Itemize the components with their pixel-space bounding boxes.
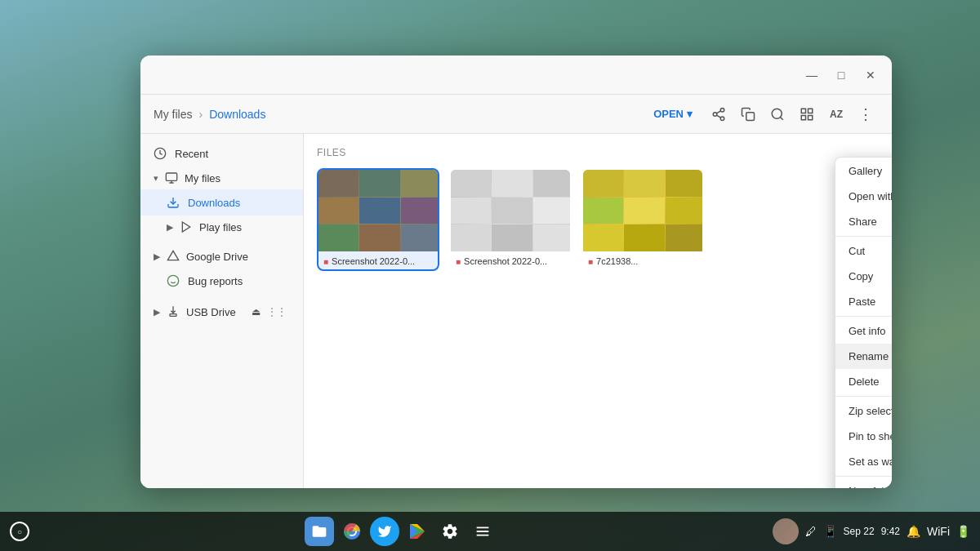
taskbar: ○	[0, 512, 980, 551]
sidebar-recent-label: Recent	[175, 148, 208, 160]
drag-handle: ⋮⋮	[267, 306, 287, 318]
file-item-2[interactable]: ■ Screenshot 2022-0...	[449, 168, 572, 271]
taskbar-twitter-icon[interactable]	[370, 517, 399, 546]
close-button[interactable]: ✕	[859, 64, 882, 87]
file-name-2: ■ Screenshot 2022-0...	[451, 251, 570, 269]
copy-button[interactable]	[735, 101, 761, 127]
file-type-icon-3: ■	[588, 257, 593, 266]
svg-rect-9	[808, 109, 813, 113]
svg-line-3	[716, 115, 720, 118]
file-thumbnail-3	[583, 170, 704, 251]
ctx-rename[interactable]: Rename Ctrl+Enter	[835, 344, 892, 369]
ctx-rename-label: Rename	[849, 350, 892, 362]
launcher-button[interactable]: ○	[10, 522, 29, 541]
myfiles-chevron: ▾	[154, 173, 158, 184]
ctx-newfolder[interactable]: New folder Ctrl+E	[835, 478, 892, 488]
taskbar-chrome-icon[interactable]	[337, 517, 367, 546]
ctx-zip[interactable]: Zip selection	[835, 398, 892, 424]
file-item-3[interactable]: ■ 7c21938...	[581, 168, 704, 271]
open-button[interactable]: OPEN ▾	[644, 104, 702, 123]
ctx-delete[interactable]: Delete Alt+Backspace	[835, 369, 892, 394]
ctx-gallery[interactable]: Gallery ●	[835, 158, 892, 184]
file-thumbnail-2	[451, 170, 572, 251]
taskbar-launcher-icon[interactable]	[468, 517, 497, 546]
ctx-newfolder-label: New folder	[849, 485, 892, 488]
files-section-label: Files	[317, 147, 879, 158]
sidebar-item-bugreports[interactable]: Bug reports	[140, 268, 303, 294]
sidebar-item-usbdrive[interactable]: ▶ USB Drive ⏏ ⋮⋮	[140, 300, 303, 323]
minimize-button[interactable]: —	[800, 64, 823, 87]
ctx-copy[interactable]: Copy Ctrl+C	[835, 264, 892, 289]
eject-icon[interactable]: ⏏	[252, 306, 261, 318]
svg-rect-5	[746, 112, 755, 120]
file-grid: ■ Screenshot 2022-0... ■	[317, 168, 879, 271]
sidebar-myfiles-label: My files	[185, 172, 220, 184]
battery-icon[interactable]: 🔋	[956, 525, 970, 538]
sidebar-item-googledrive[interactable]: ▶ Google Drive	[140, 245, 303, 268]
ctx-open-with[interactable]: Open with… ›	[835, 184, 892, 209]
sidebar-gdrive-label: Google Drive	[186, 251, 248, 263]
phone-icon[interactable]: 📱	[823, 525, 837, 538]
open-button-label: OPEN	[653, 108, 684, 120]
ctx-pin-label: Pin to shelf	[849, 430, 892, 442]
sort-button[interactable]: AZ	[823, 101, 849, 127]
sidebar: Recent ▾ My files Downloads ▶	[140, 134, 304, 488]
user-avatar[interactable]	[773, 518, 799, 544]
ctx-share[interactable]: Share	[835, 209, 892, 234]
ctx-delete-label: Delete	[849, 375, 892, 388]
file-thumbnail-1	[318, 170, 439, 251]
svg-rect-8	[801, 109, 805, 113]
main-content: Recent ▾ My files Downloads ▶	[140, 134, 892, 488]
ctx-zip-label: Zip selection	[849, 405, 892, 417]
wifi-icon[interactable]: WiFi	[927, 525, 950, 538]
taskbar-settings-icon[interactable]	[435, 517, 465, 546]
ctx-divider-1	[835, 236, 892, 237]
sidebar-usbdrive-label: USB Drive	[186, 306, 245, 318]
maximize-button[interactable]: □	[830, 64, 853, 87]
breadcrumb-current: Downloads	[209, 108, 265, 121]
ctx-pin[interactable]: Pin to shelf	[835, 424, 892, 449]
taskbar-playstore-icon[interactable]	[403, 517, 432, 546]
sidebar-item-recent[interactable]: Recent	[140, 140, 303, 167]
ctx-getinfo[interactable]: Get info Space	[835, 318, 892, 344]
gdrive-chevron: ▶	[154, 251, 160, 262]
sidebar-section-myfiles[interactable]: ▾ My files	[140, 167, 303, 189]
search-button[interactable]	[764, 101, 791, 127]
file-item-1[interactable]: ■ Screenshot 2022-0...	[317, 168, 439, 271]
sidebar-item-downloads[interactable]: Downloads	[140, 189, 303, 216]
ctx-share-label: Share	[849, 216, 892, 228]
usb-chevron: ▶	[154, 307, 160, 318]
ctx-cut-label: Cut	[849, 245, 892, 257]
more-icon: ⋮	[858, 105, 873, 123]
file-type-icon-1: ■	[323, 257, 328, 266]
svg-line-7	[780, 117, 782, 119]
taskbar-files-icon[interactable]	[305, 517, 334, 546]
taskbar-right: 🖊 📱 Sep 22 9:42 🔔 WiFi 🔋	[773, 518, 970, 544]
more-options-button[interactable]: ⋮	[853, 101, 879, 127]
sidebar-item-playfiles[interactable]: ▶ Play files	[140, 216, 303, 238]
breadcrumb-separator: ›	[198, 108, 203, 121]
brush-icon[interactable]: 🖊	[805, 525, 817, 538]
share-button[interactable]	[706, 101, 732, 127]
window-controls: — □ ✕	[800, 64, 882, 87]
ctx-copy-label: Copy	[849, 270, 892, 282]
breadcrumb-root[interactable]: My files	[154, 108, 192, 121]
svg-rect-20	[170, 314, 176, 317]
ctx-cut[interactable]: Cut Ctrl+X	[835, 238, 892, 264]
context-menu: Gallery ● Open with… › Share Cut Ctrl+X …	[835, 157, 892, 488]
svg-point-0	[720, 108, 724, 112]
svg-point-2	[720, 117, 724, 121]
ctx-wallpaper[interactable]: Set as wallpaper	[835, 449, 892, 474]
file-name-1: ■ Screenshot 2022-0...	[318, 251, 438, 269]
notification-icon[interactable]: 🔔	[906, 525, 920, 538]
ctx-gallery-label: Gallery	[849, 165, 892, 177]
file-manager-window: — □ ✕ My files › Downloads OPEN ▾	[140, 56, 892, 488]
date-display: Sep 22	[844, 526, 875, 537]
grid-view-button[interactable]	[794, 101, 820, 127]
svg-rect-11	[808, 115, 813, 119]
ctx-paste-label: Paste	[849, 295, 892, 308]
svg-rect-13	[166, 173, 176, 180]
ctx-divider-3	[835, 396, 892, 397]
ctx-paste[interactable]: Paste Ctrl+V	[835, 289, 892, 314]
toolbar-right: OPEN ▾	[644, 101, 879, 127]
